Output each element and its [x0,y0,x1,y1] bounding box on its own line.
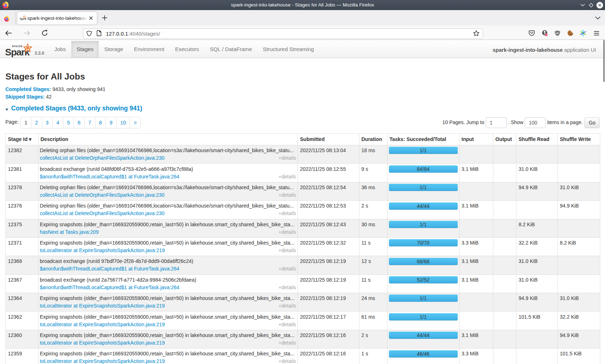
svg-text:uO: uO [556,32,559,34]
svg-text:Spark: Spark [20,17,26,21]
